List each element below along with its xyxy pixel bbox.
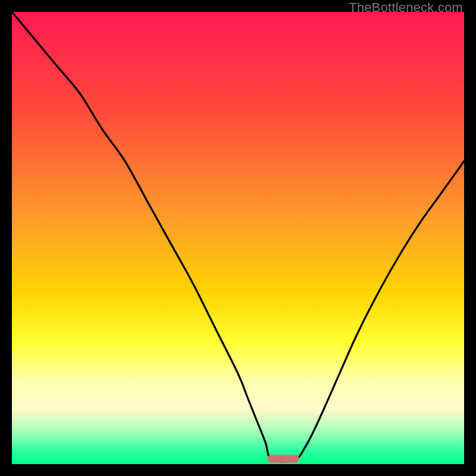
- bottleneck-chart: [12, 12, 464, 464]
- watermark-text: TheBottleneck.com: [349, 0, 463, 15]
- optimal-marker: [267, 455, 299, 462]
- chart-background: [12, 12, 464, 464]
- chart-frame: [12, 12, 464, 464]
